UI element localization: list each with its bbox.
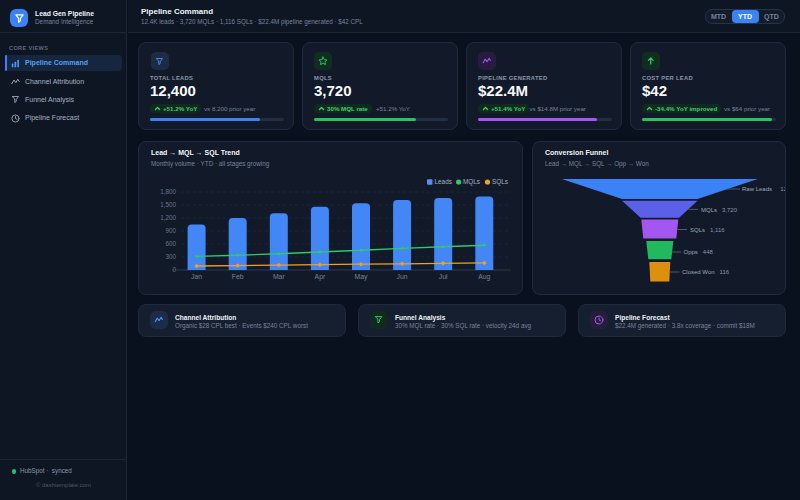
svg-text:300: 300 <box>165 253 176 260</box>
svg-text:Mar: Mar <box>273 273 285 280</box>
svg-text:Leads: Leads <box>435 178 452 185</box>
svg-text:Jul: Jul <box>439 273 448 280</box>
svg-text:Apr: Apr <box>315 273 326 281</box>
svg-text:MQLs: MQLs <box>463 178 480 186</box>
svg-text:Jun: Jun <box>397 273 408 280</box>
svg-text:Aug: Aug <box>478 273 490 281</box>
svg-text:MQLs 3,720: MQLs 3,720 <box>701 207 738 213</box>
svg-text:0: 0 <box>172 266 176 273</box>
svg-text:1,200: 1,200 <box>160 214 176 221</box>
svg-text:SQLs: SQLs <box>492 178 508 186</box>
svg-text:600: 600 <box>165 240 176 247</box>
svg-text:Opps 448: Opps 448 <box>684 249 714 255</box>
svg-text:Closed Won 116: Closed Won 116 <box>682 269 730 275</box>
svg-text:1,500: 1,500 <box>160 201 176 208</box>
svg-text:Jan: Jan <box>191 273 202 280</box>
svg-text:May: May <box>355 273 368 281</box>
svg-text:Feb: Feb <box>232 273 244 280</box>
svg-text:900: 900 <box>165 227 176 234</box>
svg-text:1,800: 1,800 <box>160 188 176 195</box>
svg-text:Raw Leads 12,400: Raw Leads 12,400 <box>742 186 786 192</box>
svg-text:SQLs 1,116: SQLs 1,116 <box>690 227 725 233</box>
